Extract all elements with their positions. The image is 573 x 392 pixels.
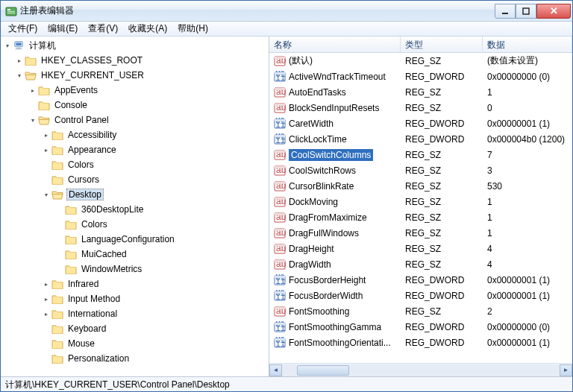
tree-item[interactable]: ▸Appearance	[43, 142, 269, 157]
tree-expander-icon[interactable]: ▾	[43, 191, 50, 198]
tree-item-label: AppEvents	[53, 85, 99, 95]
list-row[interactable]: DockMovingREG_SZ1	[269, 194, 572, 209]
titlebar[interactable]: 注册表编辑器 ✕	[1, 1, 572, 22]
tree-expander-icon[interactable]: ▸	[43, 131, 50, 139]
tree-item-label: HKEY_CURRENT_USER	[40, 70, 145, 80]
tree-item[interactable]: LanguageConfiguration	[56, 232, 269, 247]
list-row[interactable]: FontSmoothingREG_SZ2	[269, 303, 572, 319]
tree-expander-icon[interactable]: ▾	[16, 72, 23, 79]
value-data: (数值未设置)	[483, 54, 572, 67]
folder-icon	[25, 55, 37, 66]
value-type: REG_DWORD	[401, 72, 483, 82]
value-type: REG_SZ	[401, 259, 483, 270]
tree-item[interactable]: Colors	[43, 157, 269, 172]
tree-item[interactable]: Console	[29, 98, 269, 113]
minimize-button[interactable]	[495, 4, 516, 19]
scroll-left-arrow[interactable]: ◄	[269, 364, 282, 376]
value-type: REG_SZ	[401, 87, 483, 98]
list-row[interactable]: DragWidthREG_SZ4	[269, 256, 572, 272]
value-data: 530	[483, 181, 572, 192]
tree-item[interactable]: Mouse	[43, 336, 269, 351]
list-row[interactable]: FocusBorderWidthREG_DWORD0x00000001 (1)	[269, 288, 572, 303]
horizontal-scrollbar[interactable]: ◄ ►	[269, 363, 572, 376]
tree-item[interactable]: ▸International	[43, 306, 269, 321]
tree-item[interactable]: Personalization	[43, 351, 269, 366]
tree-item[interactable]: ▸HKEY_CLASSES_ROOT	[16, 53, 269, 68]
list-row[interactable]: CoolSwitchRowsREG_SZ3	[269, 162, 572, 178]
tree-expander-icon[interactable]: ▸	[43, 280, 50, 288]
string-value-icon	[274, 212, 286, 224]
list-row[interactable]: ClickLockTimeREG_DWORD0x000004b0 (1200)	[269, 131, 572, 147]
tree-item[interactable]: 360DesktopLite	[56, 202, 269, 217]
value-type: REG_SZ	[401, 244, 483, 254]
tree-item-label: Accessibility	[66, 130, 118, 140]
maximize-button[interactable]	[516, 4, 536, 19]
menu-help[interactable]: 帮助(H)	[173, 22, 213, 36]
value-data: 1	[483, 212, 572, 223]
tree-expander-icon[interactable]: ▸	[43, 146, 50, 154]
value-name: DragHeight	[289, 244, 334, 254]
tree-expander-icon[interactable]: ▸	[43, 295, 50, 303]
list-row[interactable]: CaretWidthREG_DWORD0x00000001 (1)	[269, 116, 572, 131]
tree-expander-icon[interactable]: ▾	[4, 42, 11, 49]
list-row[interactable]: (默认)REG_SZ(数值未设置)	[269, 53, 572, 69]
value-name: AutoEndTasks	[289, 87, 346, 98]
column-type[interactable]: 类型	[401, 37, 483, 52]
scroll-track[interactable]	[282, 364, 560, 376]
list-row[interactable]: CoolSwitchColumnsREG_SZ7	[269, 147, 572, 162]
list-row[interactable]: FontSmoothingOrientati...REG_DWORD0x0000…	[269, 335, 572, 350]
tree-item[interactable]: ▸Infrared	[43, 276, 269, 291]
close-button[interactable]: ✕	[536, 4, 571, 19]
menu-favorites[interactable]: 收藏夹(A)	[124, 22, 172, 36]
scroll-thumb[interactable]	[297, 365, 349, 376]
menu-view[interactable]: 查看(V)	[84, 22, 122, 36]
tree-expander-icon[interactable]: ▸	[29, 86, 37, 94]
tree-item[interactable]: ▸Accessibility	[43, 127, 269, 142]
tree-item[interactable]: WindowMetrics	[56, 262, 269, 276]
tree-item-label: LanguageConfiguration	[80, 234, 176, 244]
scroll-right-arrow[interactable]: ►	[560, 364, 572, 376]
tree-root[interactable]: ▾计算机	[2, 38, 269, 53]
list-row[interactable]: DragFullWindowsREG_SZ1	[269, 225, 572, 241]
list-row[interactable]: DragHeightREG_SZ4	[269, 241, 572, 256]
folder-icon	[65, 234, 77, 244]
list-row[interactable]: ActiveWndTrackTimeoutREG_DWORD0x00000000…	[269, 69, 572, 84]
tree-item[interactable]: Colors	[56, 217, 269, 232]
tree-expander-icon[interactable]: ▸	[43, 310, 50, 317]
value-type: REG_DWORD	[401, 338, 483, 348]
tree-item[interactable]: ▾HKEY_CURRENT_USER	[16, 68, 269, 83]
window-title: 注册表编辑器	[20, 4, 495, 17]
list-row[interactable]: FocusBorderHeightREG_DWORD0x00000001 (1)	[269, 272, 572, 288]
tree-expander-icon[interactable]: ▸	[16, 57, 23, 64]
list-body[interactable]: (默认)REG_SZ(数值未设置)ActiveWndTrackTimeoutRE…	[269, 53, 572, 363]
value-type: REG_DWORD	[401, 275, 483, 285]
column-data[interactable]: 数据	[483, 37, 572, 52]
value-data: 0x00000000 (0)	[483, 72, 572, 82]
binary-value-icon	[274, 321, 286, 333]
folder-icon	[51, 130, 63, 140]
tree-item[interactable]: ▸AppEvents	[29, 83, 269, 98]
list-row[interactable]: AutoEndTasksREG_SZ1	[269, 84, 572, 100]
tree-item[interactable]: MuiCached	[56, 247, 269, 262]
svg-rect-15	[502, 13, 508, 14]
value-name: FontSmoothingGamma	[289, 322, 381, 332]
menu-edit[interactable]: 编辑(E)	[43, 22, 82, 36]
tree-item[interactable]: ▾Desktop	[43, 187, 269, 202]
folder-icon	[38, 100, 50, 110]
value-data: 3	[483, 165, 572, 176]
tree-expander-icon[interactable]: ▾	[29, 116, 37, 124]
tree-item[interactable]: ▾Control Panel	[29, 113, 269, 127]
value-data: 1	[483, 197, 572, 207]
list-row[interactable]: BlockSendInputResetsREG_SZ0	[269, 100, 572, 116]
list-row[interactable]: DragFromMaximizeREG_SZ1	[269, 209, 572, 225]
string-value-icon	[274, 196, 286, 208]
column-name[interactable]: 名称	[269, 37, 401, 52]
tree-pane[interactable]: ▾计算机▸HKEY_CLASSES_ROOT▾HKEY_CURRENT_USER…	[1, 37, 269, 376]
tree-item[interactable]: Keyboard	[43, 321, 269, 336]
menu-file[interactable]: 文件(F)	[4, 22, 42, 36]
tree-item[interactable]: Cursors	[43, 172, 269, 187]
tree-item[interactable]: ▸Input Method	[43, 291, 269, 306]
list-row[interactable]: CursorBlinkRateREG_SZ530	[269, 178, 572, 194]
regedit-app-icon	[5, 5, 17, 17]
list-row[interactable]: FontSmoothingGammaREG_DWORD0x00000000 (0…	[269, 319, 572, 335]
